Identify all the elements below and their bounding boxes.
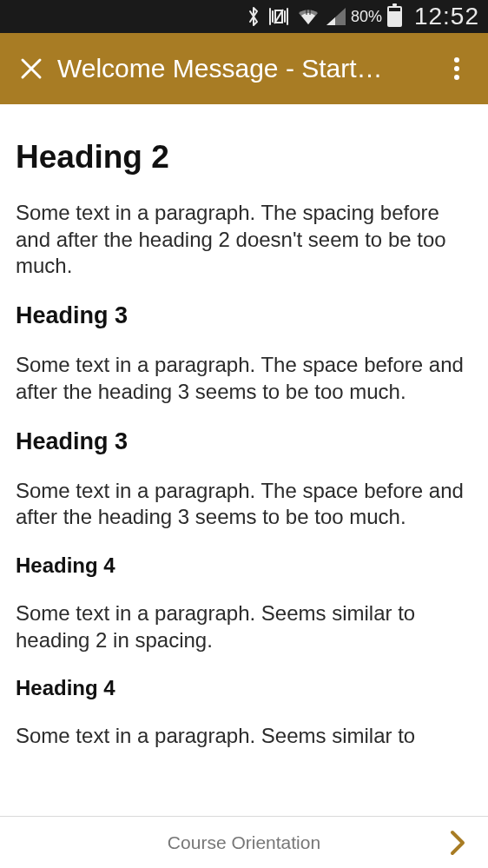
heading-4: Heading 4 (16, 676, 472, 700)
bottom-nav-label: Course Orientation (168, 832, 320, 853)
close-icon (20, 57, 43, 80)
battery-icon (387, 6, 402, 27)
svg-point-5 (454, 75, 459, 80)
status-bar: 80% 12:52 (0, 0, 488, 33)
status-clock: 12:52 (414, 3, 479, 30)
more-vertical-icon (453, 56, 460, 81)
content-area[interactable]: Heading 2 Some text in a paragraph. The … (0, 104, 488, 817)
chevron-right-icon (449, 830, 466, 856)
bluetooth-icon (247, 6, 260, 27)
close-button[interactable] (12, 50, 50, 88)
battery-percentage: 80% (351, 8, 382, 26)
wifi-icon (297, 8, 320, 25)
paragraph: Some text in a paragraph. The space befo… (16, 352, 472, 405)
vibrate-icon (267, 7, 290, 26)
page-title: Welcome Message - Start… (50, 54, 438, 83)
signal-icon (326, 8, 346, 25)
heading-4: Heading 4 (16, 553, 472, 578)
paragraph: Some text in a paragraph. Seems similar … (16, 600, 472, 653)
status-icons: 80% 12:52 (247, 3, 479, 30)
paragraph: Some text in a paragraph. The spacing be… (16, 200, 472, 280)
bottom-nav-bar: Course Orientation (0, 816, 488, 868)
paragraph: Some text in a paragraph. Seems similar … (16, 723, 472, 750)
next-button[interactable] (436, 817, 479, 868)
heading-2: Heading 2 (16, 139, 472, 176)
overflow-menu-button[interactable] (438, 50, 476, 88)
svg-point-3 (454, 57, 459, 63)
heading-3: Heading 3 (16, 428, 472, 455)
svg-point-4 (454, 66, 459, 71)
app-bar: Welcome Message - Start… (0, 33, 488, 104)
heading-3: Heading 3 (16, 302, 472, 329)
paragraph: Some text in a paragraph. The space befo… (16, 478, 472, 531)
